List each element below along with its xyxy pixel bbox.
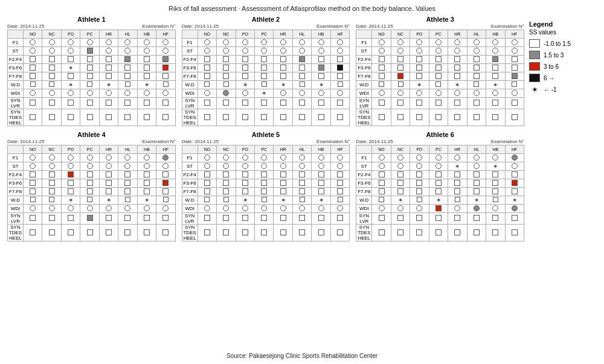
table-cell <box>156 154 175 162</box>
table-cell <box>467 47 486 56</box>
table-cell: ✶ <box>255 89 274 98</box>
table-cell <box>217 56 236 64</box>
row-label-WDI: WDI <box>182 89 198 98</box>
table-cell <box>391 109 410 126</box>
table-cell <box>448 213 467 225</box>
row-label-F2-F4: F2-F4 <box>8 171 24 179</box>
table-cell <box>292 39 311 47</box>
table-cell <box>448 205 467 213</box>
table-cell <box>410 213 429 225</box>
table-row: WDI <box>356 89 524 98</box>
table-cell <box>391 154 410 162</box>
table-cell <box>80 205 99 213</box>
table-cell <box>467 39 486 47</box>
row-label-SYN LVR: SYNLVR <box>8 98 24 109</box>
table-cell <box>24 109 42 126</box>
athlete-table-2: NONCPOPCHRHLHBHFF1STF2-F4F3-F6F7-F8W.D✶✶… <box>182 30 350 126</box>
table-cell <box>42 196 61 205</box>
table-cell <box>330 213 350 225</box>
table-cell <box>312 179 330 188</box>
table-row: ST <box>8 162 176 171</box>
table-cell <box>429 213 448 225</box>
table-cell <box>255 64 274 72</box>
table-cell <box>486 188 505 196</box>
table-cell <box>486 171 505 179</box>
table-cell <box>410 39 429 47</box>
col-header-HB: HB <box>137 30 156 39</box>
table-cell <box>486 205 505 213</box>
table-row: F1 <box>8 154 176 162</box>
table-cell <box>198 213 216 225</box>
table-cell <box>391 179 410 188</box>
col-header-empty <box>182 145 198 154</box>
col-header-NC: NC <box>217 145 236 154</box>
table-cell <box>467 154 486 162</box>
table-cell <box>61 98 80 109</box>
row-label-F7-F8: F7-F8 <box>356 188 372 196</box>
table-cell <box>292 205 311 213</box>
col-header-NC: NC <box>217 30 236 39</box>
legend-panel: Legend SS values -1.0 to 1.5 1.5 to 3 3 … <box>525 14 598 243</box>
table-cell <box>118 213 137 225</box>
col-header-HB: HB <box>137 145 156 154</box>
row-label-SYN TDES HEEL: SYNTDESHEEL <box>8 109 24 126</box>
col-header-HL: HL <box>118 145 137 154</box>
table-cell <box>467 213 486 225</box>
table-cell <box>486 72 505 81</box>
table-cell <box>505 109 524 126</box>
table-cell <box>391 72 410 81</box>
col-header-PC: PC <box>80 145 99 154</box>
table-cell <box>42 154 61 162</box>
table-cell <box>274 72 292 81</box>
table-cell <box>156 39 175 47</box>
table-cell <box>24 162 42 171</box>
row-label-SYN LVR: SYNLVR <box>8 213 24 225</box>
table-cell <box>486 64 505 72</box>
table-cell <box>217 81 236 89</box>
table-cell <box>391 39 410 47</box>
table-cell <box>429 205 448 213</box>
row-label-WDI: WDI <box>8 205 24 213</box>
table-cell <box>467 179 486 188</box>
table-cell <box>198 154 216 162</box>
table-row: F7-F8 <box>182 72 350 81</box>
table-row: SYNLVR <box>8 98 176 109</box>
athlete-table-4: NONCPOPCHRHLHBHFF1STF2-F4F3-F6F7-F8W.D✶✶… <box>7 145 176 241</box>
table-cell <box>80 213 99 225</box>
col-header-HB: HB <box>312 145 330 154</box>
table-cell <box>137 162 156 171</box>
row-label-F1: F1 <box>182 154 198 162</box>
table-cell <box>410 171 429 179</box>
table-cell <box>505 179 524 188</box>
athlete-title-5: Athlete 5 <box>182 131 350 138</box>
table-cell <box>467 205 486 213</box>
table-row: SYNTDESHEEL <box>8 109 176 126</box>
table-row: ST✶✶ <box>356 162 524 171</box>
table-cell <box>236 225 254 241</box>
table-cell <box>137 188 156 196</box>
table-cell <box>255 109 274 126</box>
row-label-F3-F6: F3-F6 <box>8 179 24 188</box>
table-row: F2-F4 <box>8 56 176 64</box>
table-cell: ✶ <box>99 81 118 89</box>
source-text: Source: Pakaesejong Clinic Sports Rehabi… <box>0 353 604 359</box>
legend-item-white: -1.0 to 1.5 <box>529 39 571 48</box>
col-header-NC: NC <box>391 30 410 39</box>
table-cell <box>137 98 156 109</box>
table-row: SYNTDESHEEL <box>182 109 350 126</box>
table-cell <box>391 81 410 89</box>
row-label-SYN TDES HEEL: SYNTDESHEEL <box>8 225 24 241</box>
row-label-ST: ST <box>8 162 24 171</box>
table-cell <box>330 64 350 72</box>
table-row: WDI <box>182 205 350 213</box>
table-cell <box>274 225 292 241</box>
table-cell <box>274 56 292 64</box>
table-row: F1 <box>356 39 524 47</box>
athlete-block-2: Athlete 2Date: 2014.11.25Examination N°N… <box>181 14 352 127</box>
col-header-NO: NO <box>198 30 216 39</box>
table-cell <box>372 109 391 126</box>
table-row: ST <box>182 47 350 56</box>
table-cell <box>505 39 524 47</box>
table-cell <box>80 72 99 81</box>
table-cell <box>255 39 274 47</box>
